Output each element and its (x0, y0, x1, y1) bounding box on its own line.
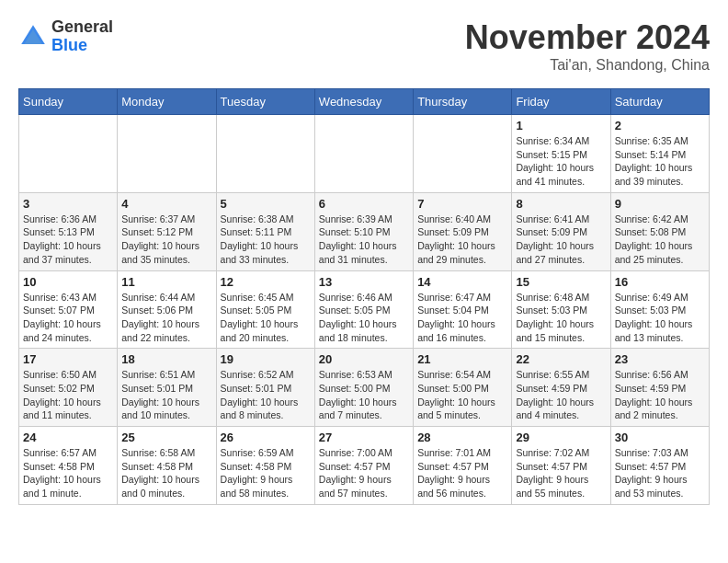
calendar-cell: 27Sunrise: 7:00 AMSunset: 4:57 PMDayligh… (314, 427, 413, 505)
day-info: Sunrise: 6:41 AMSunset: 5:09 PMDaylight:… (516, 213, 606, 267)
weekday-header: Thursday (414, 89, 512, 115)
calendar-header-row: SundayMondayTuesdayWednesdayThursdayFrid… (19, 89, 710, 115)
day-number: 4 (121, 197, 211, 211)
day-number: 29 (516, 431, 606, 444)
day-number: 11 (121, 275, 211, 289)
day-number: 22 (516, 352, 606, 366)
day-info: Sunrise: 6:37 AMSunset: 5:12 PMDaylight:… (121, 213, 211, 267)
calendar-cell (19, 115, 118, 193)
calendar-cell: 20Sunrise: 6:53 AMSunset: 5:00 PMDayligh… (314, 349, 413, 427)
day-number: 26 (221, 431, 311, 444)
calendar-cell: 30Sunrise: 7:03 AMSunset: 4:57 PMDayligh… (610, 427, 709, 505)
calendar-cell: 25Sunrise: 6:58 AMSunset: 4:58 PMDayligh… (118, 427, 216, 505)
day-info: Sunrise: 6:42 AMSunset: 5:08 PMDaylight:… (615, 213, 705, 267)
month-title: November 2024 (465, 18, 710, 57)
day-info: Sunrise: 7:01 AMSunset: 4:57 PMDaylight:… (417, 446, 507, 500)
calendar-table: SundayMondayTuesdayWednesdayThursdayFrid… (18, 88, 710, 505)
calendar-week-row: 3Sunrise: 6:36 AMSunset: 5:13 PMDaylight… (19, 192, 710, 270)
calendar-cell: 10Sunrise: 6:43 AMSunset: 5:07 PMDayligh… (19, 270, 118, 349)
calendar-week-row: 24Sunrise: 6:57 AMSunset: 4:58 PMDayligh… (19, 427, 710, 505)
page-header: General Blue November 2024 Tai'an, Shand… (18, 18, 710, 74)
day-number: 5 (221, 197, 311, 211)
day-number: 30 (615, 431, 705, 444)
day-info: Sunrise: 6:36 AMSunset: 5:13 PMDaylight:… (23, 213, 113, 267)
calendar-cell (118, 115, 216, 193)
calendar-cell (216, 115, 314, 193)
day-info: Sunrise: 6:52 AMSunset: 5:01 PMDaylight:… (221, 368, 311, 422)
day-info: Sunrise: 6:59 AMSunset: 4:58 PMDaylight:… (221, 446, 311, 500)
day-number: 6 (319, 197, 409, 211)
day-number: 28 (417, 431, 507, 444)
day-info: Sunrise: 6:34 AMSunset: 5:15 PMDaylight:… (516, 134, 606, 189)
day-number: 3 (23, 197, 113, 211)
day-info: Sunrise: 6:38 AMSunset: 5:11 PMDaylight:… (221, 213, 311, 267)
day-number: 17 (23, 352, 113, 366)
weekday-header: Monday (118, 89, 216, 115)
day-info: Sunrise: 6:54 AMSunset: 5:00 PMDaylight:… (417, 368, 507, 422)
calendar-cell: 21Sunrise: 6:54 AMSunset: 5:00 PMDayligh… (414, 349, 512, 427)
day-number: 20 (319, 352, 409, 366)
day-number: 13 (319, 275, 409, 289)
calendar-cell: 2Sunrise: 6:35 AMSunset: 5:14 PMDaylight… (610, 115, 709, 193)
calendar-cell: 28Sunrise: 7:01 AMSunset: 4:57 PMDayligh… (414, 427, 512, 505)
calendar-cell: 11Sunrise: 6:44 AMSunset: 5:06 PMDayligh… (118, 270, 216, 349)
logo-blue-text: Blue (51, 36, 87, 54)
calendar-cell (314, 115, 413, 193)
day-info: Sunrise: 6:40 AMSunset: 5:09 PMDaylight:… (417, 213, 507, 267)
logo-general-text: General (51, 17, 113, 36)
day-info: Sunrise: 6:35 AMSunset: 5:14 PMDaylight:… (615, 134, 705, 189)
calendar-cell: 14Sunrise: 6:47 AMSunset: 5:04 PMDayligh… (414, 270, 512, 349)
calendar-cell: 3Sunrise: 6:36 AMSunset: 5:13 PMDaylight… (19, 192, 118, 270)
day-info: Sunrise: 6:55 AMSunset: 4:59 PMDaylight:… (516, 368, 606, 422)
calendar-week-row: 17Sunrise: 6:50 AMSunset: 5:02 PMDayligh… (19, 349, 710, 427)
day-info: Sunrise: 7:02 AMSunset: 4:57 PMDaylight:… (516, 446, 606, 500)
calendar-week-row: 1Sunrise: 6:34 AMSunset: 5:15 PMDaylight… (19, 115, 710, 193)
calendar-cell: 4Sunrise: 6:37 AMSunset: 5:12 PMDaylight… (118, 192, 216, 270)
day-info: Sunrise: 6:48 AMSunset: 5:03 PMDaylight:… (516, 291, 606, 345)
day-number: 14 (417, 275, 507, 289)
day-number: 23 (615, 352, 705, 366)
calendar-cell: 19Sunrise: 6:52 AMSunset: 5:01 PMDayligh… (216, 349, 314, 427)
day-info: Sunrise: 6:39 AMSunset: 5:10 PMDaylight:… (319, 213, 409, 267)
calendar-cell: 17Sunrise: 6:50 AMSunset: 5:02 PMDayligh… (19, 349, 118, 427)
day-number: 16 (615, 275, 705, 289)
day-number: 27 (319, 431, 409, 444)
day-info: Sunrise: 6:57 AMSunset: 4:58 PMDaylight:… (23, 446, 113, 500)
day-info: Sunrise: 6:56 AMSunset: 4:59 PMDaylight:… (615, 368, 705, 422)
weekday-header: Saturday (610, 89, 709, 115)
calendar-cell: 16Sunrise: 6:49 AMSunset: 5:03 PMDayligh… (610, 270, 709, 349)
calendar-cell: 26Sunrise: 6:59 AMSunset: 4:58 PMDayligh… (216, 427, 314, 505)
day-number: 24 (23, 431, 113, 444)
day-number: 2 (615, 119, 705, 132)
calendar-cell (414, 115, 512, 193)
calendar-cell: 23Sunrise: 6:56 AMSunset: 4:59 PMDayligh… (610, 349, 709, 427)
calendar-cell: 15Sunrise: 6:48 AMSunset: 5:03 PMDayligh… (512, 270, 610, 349)
day-number: 25 (121, 431, 211, 444)
day-info: Sunrise: 7:03 AMSunset: 4:57 PMDaylight:… (615, 446, 705, 500)
day-info: Sunrise: 7:00 AMSunset: 4:57 PMDaylight:… (319, 446, 409, 500)
day-number: 21 (417, 352, 507, 366)
day-number: 8 (516, 197, 606, 211)
weekday-header: Tuesday (216, 89, 314, 115)
title-block: November 2024 Tai'an, Shandong, China (465, 18, 710, 74)
logo-icon (18, 22, 48, 52)
calendar-cell: 18Sunrise: 6:51 AMSunset: 5:01 PMDayligh… (118, 349, 216, 427)
day-number: 15 (516, 275, 606, 289)
calendar-cell: 22Sunrise: 6:55 AMSunset: 4:59 PMDayligh… (512, 349, 610, 427)
calendar-cell: 5Sunrise: 6:38 AMSunset: 5:11 PMDaylight… (216, 192, 314, 270)
calendar-cell: 7Sunrise: 6:40 AMSunset: 5:09 PMDaylight… (414, 192, 512, 270)
day-info: Sunrise: 6:46 AMSunset: 5:05 PMDaylight:… (319, 291, 409, 345)
weekday-header: Sunday (19, 89, 118, 115)
calendar-cell: 13Sunrise: 6:46 AMSunset: 5:05 PMDayligh… (314, 270, 413, 349)
day-number: 19 (221, 352, 311, 366)
day-info: Sunrise: 6:58 AMSunset: 4:58 PMDaylight:… (121, 446, 211, 500)
logo: General Blue (18, 18, 113, 55)
calendar-cell: 12Sunrise: 6:45 AMSunset: 5:05 PMDayligh… (216, 270, 314, 349)
day-number: 1 (516, 119, 606, 132)
day-info: Sunrise: 6:43 AMSunset: 5:07 PMDaylight:… (23, 291, 113, 345)
day-info: Sunrise: 6:53 AMSunset: 5:00 PMDaylight:… (319, 368, 409, 422)
calendar-cell: 9Sunrise: 6:42 AMSunset: 5:08 PMDaylight… (610, 192, 709, 270)
weekday-header: Wednesday (314, 89, 413, 115)
calendar-cell: 1Sunrise: 6:34 AMSunset: 5:15 PMDaylight… (512, 115, 610, 193)
day-number: 18 (121, 352, 211, 366)
